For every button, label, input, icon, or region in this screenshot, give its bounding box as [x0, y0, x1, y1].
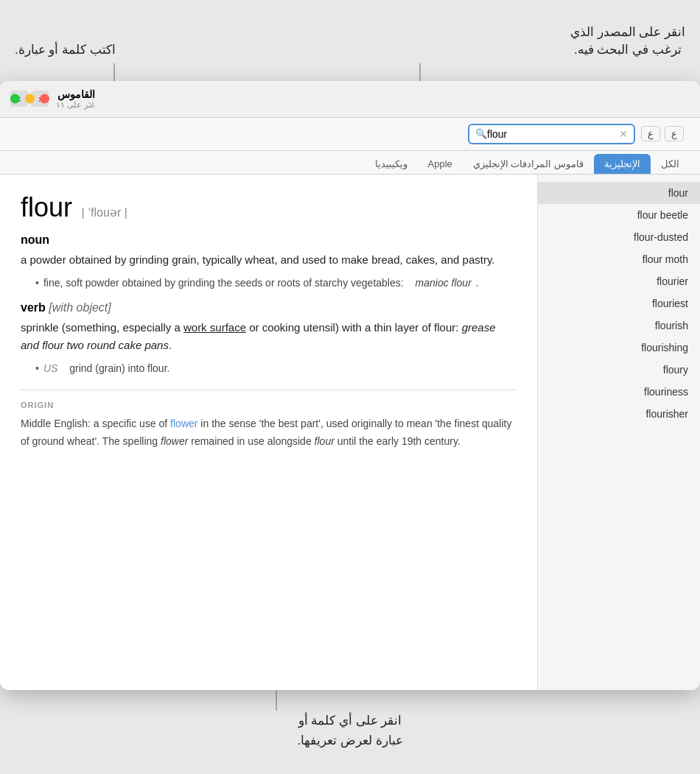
- annotation-click-label: انقر على أي كلمة أوعبارة لعرض تعريفها.: [297, 711, 402, 750]
- sidebar-item-flouriness[interactable]: flouriness: [538, 381, 700, 403]
- minimize-button[interactable]: [25, 94, 35, 104]
- tab-thesaurus[interactable]: قاموس المرادفات الإنجليزي: [463, 154, 594, 174]
- maximize-button[interactable]: [10, 94, 20, 104]
- annotation-write-label: اكتب كلمة أو عبارة.: [15, 41, 116, 59]
- noun-definition: a powder obtained by grinding grain, typ…: [21, 251, 517, 269]
- content-pane: flour | ˈflouər | noun a powder obtained…: [0, 175, 538, 690]
- sidebar-item-flourisher[interactable]: flourisher: [538, 403, 700, 425]
- close-button[interactable]: [40, 94, 49, 104]
- sidebar-item-flourish[interactable]: flourish: [538, 314, 700, 337]
- searchbar: ع ع ✕ 🔍: [0, 118, 700, 151]
- annotation-source-label: انقر على المصدر الذيترغب في البحث فيه.: [570, 24, 685, 59]
- search-magnifier-icon: 🔍: [475, 128, 487, 139]
- work-surface-link[interactable]: work surface: [183, 321, 246, 334]
- tabs-row: الكل الإنجليزية قاموس المرادفات الإنجليز…: [0, 151, 700, 175]
- sidebar-item-flouriest[interactable]: flouriest: [538, 292, 700, 314]
- origin-italic-flower: flower: [161, 435, 188, 447]
- titlebar: القاموس غثر على ١١ ‹ ›: [0, 81, 700, 118]
- tab-apple[interactable]: Apple: [418, 154, 463, 174]
- flower-link[interactable]: flower: [170, 418, 197, 429]
- verb-extra: [with object]: [49, 301, 111, 314]
- origin-section: ORIGIN Middle English: a specific use of…: [21, 390, 517, 451]
- origin-italic-flour: flour: [315, 435, 335, 447]
- pronunciation: | ˈflouər |: [81, 206, 127, 219]
- sidebar-item-flour-dusted[interactable]: flour-dusted: [538, 226, 700, 248]
- origin-text: Middle English: a specific use of flower…: [21, 415, 517, 451]
- sidebar: flour flour beetle flour-dusted flour mo…: [538, 175, 700, 690]
- traffic-lights: [10, 94, 49, 104]
- search-box[interactable]: ✕ 🔍: [468, 124, 635, 144]
- word-header: flour | ˈflouər |: [21, 192, 517, 223]
- word-title: flour: [21, 192, 72, 222]
- main-area: flour | ˈflouər | noun a powder obtained…: [0, 175, 700, 690]
- pos-verb: verb [with object]: [21, 301, 517, 314]
- search-input[interactable]: [487, 128, 616, 140]
- pos-noun: noun: [21, 233, 517, 247]
- dictionary-title: القاموس غثر على ١١: [56, 88, 95, 110]
- font-small-button[interactable]: ع: [665, 126, 684, 141]
- sidebar-item-flour-beetle[interactable]: flour beetle: [538, 204, 700, 226]
- verb-bullet-definition: US grind (grain) into flour.: [35, 360, 517, 376]
- tab-wikipedia[interactable]: ويكيبيديا: [365, 154, 418, 174]
- sidebar-item-flourishing[interactable]: flourishing: [538, 337, 700, 359]
- sidebar-item-flour[interactable]: flour: [538, 182, 700, 204]
- sidebar-item-floury[interactable]: floury: [538, 359, 700, 381]
- origin-label: ORIGIN: [21, 401, 517, 409]
- sidebar-item-flourier[interactable]: flourier: [538, 270, 700, 292]
- search-clear-icon[interactable]: ✕: [619, 128, 628, 140]
- verb-definition: sprinkle (something, especially a work s…: [21, 319, 517, 354]
- font-large-button[interactable]: ع: [641, 126, 660, 141]
- tab-all[interactable]: الكل: [651, 154, 690, 174]
- dictionary-window: القاموس غثر على ١١ ‹ › ع ع ✕ 🔍: [0, 81, 700, 690]
- noun-bullet-definition: fine, soft powder obtained by grinding t…: [35, 275, 517, 291]
- sidebar-item-flour-moth[interactable]: flour moth: [538, 248, 700, 270]
- tab-english[interactable]: الإنجليزية: [594, 154, 651, 174]
